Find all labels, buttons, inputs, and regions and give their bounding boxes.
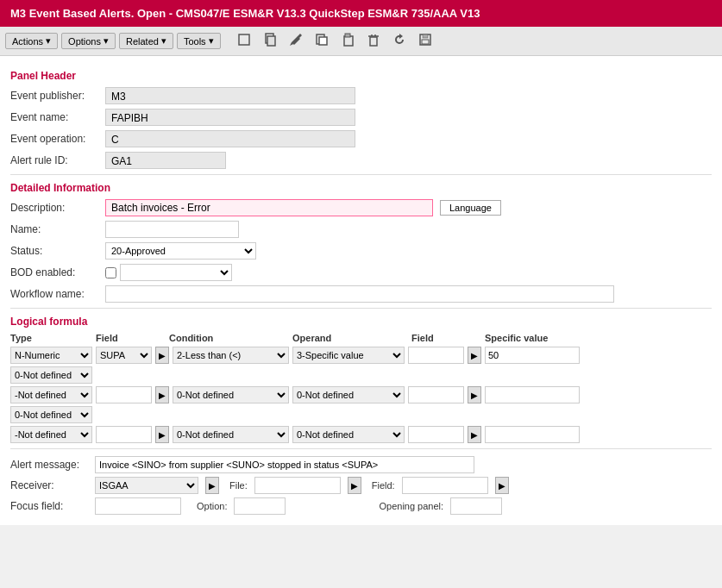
- svg-rect-7: [370, 37, 377, 46]
- save-button[interactable]: [414, 30, 436, 52]
- copy-button[interactable]: [311, 30, 333, 52]
- event-operation-row: Event operation: C: [10, 130, 712, 147]
- logic-row-3: -Not defined ▶ 0-Not defined 0-Not defin…: [10, 386, 712, 403]
- related-chevron-icon: ▾: [161, 35, 166, 47]
- toolbar: Actions ▾ Options ▾ Related ▾ Tools ▾: [0, 27, 722, 56]
- opening-panel-input[interactable]: [450, 497, 502, 515]
- options-button[interactable]: Options ▾: [61, 33, 116, 49]
- row3-field-arrow-button[interactable]: ▶: [155, 386, 169, 403]
- row3-operand-select[interactable]: 0-Not defined: [292, 386, 405, 403]
- delete-button[interactable]: [362, 30, 385, 52]
- col-field-header: Field: [96, 333, 166, 343]
- edit-button[interactable]: [285, 30, 307, 52]
- main-content: Panel Header Event publisher: M3 Event n…: [0, 56, 722, 525]
- actions-button[interactable]: Actions ▾: [5, 33, 58, 49]
- title-text: M3 Event Based Alerts. Open - CMS047/E E…: [10, 7, 480, 20]
- option-input[interactable]: [234, 497, 286, 515]
- col-specific-header: Specific value: [485, 333, 580, 343]
- focus-field-label: Focus field:: [10, 500, 88, 512]
- delete-icon: [367, 33, 380, 47]
- edit-icon: [289, 33, 303, 47]
- row5-field-input[interactable]: [96, 426, 152, 443]
- row1-field2-arrow-button[interactable]: ▶: [468, 347, 481, 364]
- row3-type-select[interactable]: -Not defined: [10, 386, 92, 403]
- field-input[interactable]: [402, 477, 488, 494]
- row1-type-select[interactable]: N-Numeric: [10, 347, 92, 364]
- row5-specific-input[interactable]: [485, 426, 580, 443]
- row4-type-select[interactable]: 0-Not defined: [10, 406, 92, 423]
- event-name-row: Event name: FAPIBH: [10, 109, 712, 126]
- status-select[interactable]: 20-Approved 10-Draft 30-Active: [105, 242, 256, 260]
- tools-button[interactable]: Tools ▾: [177, 33, 221, 49]
- save-icon: [418, 33, 432, 47]
- file-arrow-button[interactable]: ▶: [348, 477, 361, 494]
- row1-field-arrow-button[interactable]: ▶: [155, 347, 169, 364]
- description-input[interactable]: [105, 199, 433, 216]
- event-operation-value: C: [105, 130, 355, 147]
- row2-type-select[interactable]: 0-Not defined: [10, 366, 92, 384]
- row5-field2-arrow-button[interactable]: ▶: [468, 426, 481, 443]
- field-arrow-button[interactable]: ▶: [495, 477, 509, 494]
- receiver-select[interactable]: ISGAA: [95, 477, 198, 494]
- logic-column-headers: Type Field Condition Operand Field Speci…: [10, 333, 712, 343]
- alert-message-row: Alert message:: [10, 456, 712, 473]
- col-condition-header: Condition: [169, 333, 289, 343]
- opening-panel-label: Opening panel:: [379, 501, 443, 511]
- logic-row-5: -Not defined ▶ 0-Not defined 0-Not defin…: [10, 426, 712, 443]
- logic-row-1: N-Numeric SUPA ▶ 2-Less than (<) 3-Speci…: [10, 347, 712, 364]
- bod-checkbox[interactable]: [105, 267, 116, 278]
- row1-field2-input[interactable]: [408, 347, 464, 364]
- focus-field-input[interactable]: [95, 497, 181, 515]
- option-label: Option:: [197, 501, 227, 511]
- row3-specific-input[interactable]: [485, 386, 580, 403]
- row5-field2-input[interactable]: [408, 426, 464, 443]
- event-name-value: FAPIBH: [105, 109, 355, 126]
- event-publisher-row: Event publisher: M3: [10, 87, 712, 104]
- row3-condition-select[interactable]: 0-Not defined: [173, 386, 289, 403]
- new-icon-button[interactable]: [233, 30, 255, 52]
- row5-type-select[interactable]: -Not defined: [10, 426, 92, 443]
- copy-icon: [315, 33, 329, 47]
- row3-field2-input[interactable]: [408, 386, 464, 403]
- row1-condition-select[interactable]: 2-Less than (<): [173, 347, 289, 364]
- row1-operand-select[interactable]: 3-Specific value: [292, 347, 405, 364]
- title-bar: M3 Event Based Alerts. Open - CMS047/E E…: [0, 0, 722, 27]
- row3-field2-arrow-button[interactable]: ▶: [468, 386, 481, 403]
- bod-label: BOD enabled:: [10, 266, 105, 278]
- refresh-button[interactable]: [388, 30, 411, 52]
- bod-select[interactable]: Yes No: [120, 264, 232, 281]
- paste-button[interactable]: [336, 30, 359, 52]
- svg-rect-2: [267, 36, 275, 46]
- receiver-label: Receiver:: [10, 479, 88, 491]
- row1-specific-input[interactable]: [485, 347, 580, 364]
- new-icon: [237, 33, 251, 47]
- bod-row: BOD enabled: Yes No: [10, 264, 712, 281]
- copy-header-button[interactable]: [259, 30, 281, 52]
- alert-rule-id-value: GA1: [105, 152, 226, 169]
- options-chevron-icon: ▾: [104, 35, 109, 47]
- event-name-label: Event name:: [10, 111, 105, 123]
- name-input[interactable]: [105, 221, 239, 238]
- language-button[interactable]: Language: [440, 200, 501, 216]
- bottom-section: Alert message: Receiver: ISGAA ▶ File: ▶…: [10, 456, 712, 515]
- receiver-arrow-button[interactable]: ▶: [205, 477, 219, 494]
- svg-rect-13: [422, 40, 429, 44]
- alert-message-input[interactable]: [95, 456, 474, 473]
- row3-field-input[interactable]: [96, 386, 152, 403]
- alert-message-label: Alert message:: [10, 459, 88, 471]
- row5-field-arrow-button[interactable]: ▶: [155, 426, 169, 443]
- file-label: File:: [229, 480, 248, 491]
- description-label: Description:: [10, 202, 105, 214]
- row5-condition-select[interactable]: 0-Not defined: [173, 426, 289, 443]
- focus-field-row: Focus field: Option: Opening panel:: [10, 497, 712, 515]
- related-button[interactable]: Related ▾: [119, 33, 173, 49]
- svg-rect-6: [345, 34, 350, 37]
- detailed-info-title: Detailed Information: [10, 182, 712, 194]
- workflow-input[interactable]: [105, 285, 614, 303]
- file-input[interactable]: [254, 477, 341, 494]
- workflow-row: Workflow name:: [10, 285, 712, 303]
- row1-field-select[interactable]: SUPA: [96, 347, 152, 364]
- row5-operand-select[interactable]: 0-Not defined: [292, 426, 405, 443]
- col-operand-header: Operand: [292, 333, 408, 343]
- field-label: Field:: [372, 480, 395, 491]
